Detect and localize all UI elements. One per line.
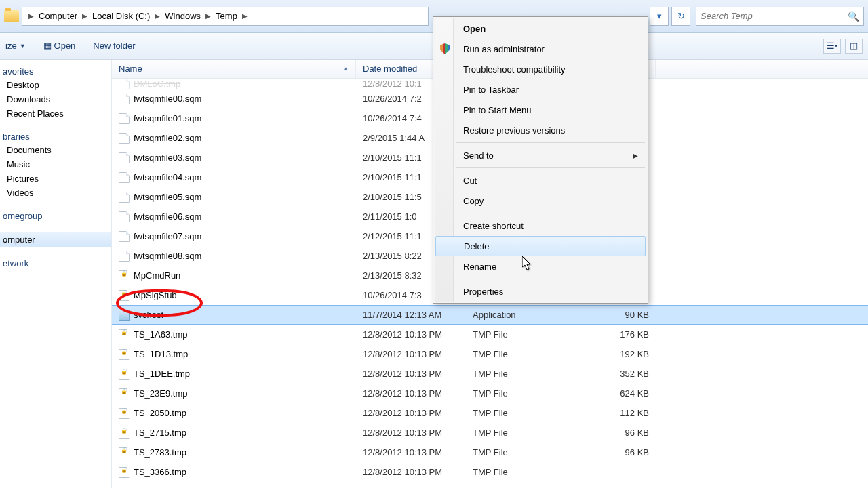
- separator: [456, 279, 645, 279]
- file-size: 90 KB: [595, 310, 656, 320]
- file-row[interactable]: TS_2783.tmp12/8/2012 10:13 PMTMP File96 …: [112, 443, 868, 462]
- sidebar-network-header[interactable]: etwork: [0, 257, 111, 270]
- sidebar-homegroup-header[interactable]: omegroup: [0, 209, 111, 222]
- file-icon: [119, 349, 130, 360]
- chevron-right-icon: ▶: [203, 12, 213, 20]
- file-name: TS_1DEE.tmp: [134, 369, 190, 379]
- history-dropdown-button[interactable]: ▾: [650, 7, 669, 26]
- search-input[interactable]: [701, 11, 848, 21]
- ctx-run-as-admin[interactable]: Run as administrator: [435, 39, 646, 59]
- file-size: 112 KB: [595, 408, 656, 418]
- file-row[interactable]: TS_1A63.tmp12/8/2012 10:13 PMTMP File176…: [112, 325, 868, 344]
- file-name: TS_23E9.tmp: [134, 388, 188, 399]
- sidebar-item-music[interactable]: Music: [0, 157, 111, 171]
- file-icon: [119, 310, 130, 321]
- chevron-right-icon: ▶: [80, 12, 90, 20]
- file-type: TMP File: [466, 369, 595, 379]
- file-icon: [119, 428, 130, 439]
- file-size: 96 KB: [595, 447, 656, 458]
- file-row[interactable]: TS_2715.tmp12/8/2012 10:13 PMTMP File96 …: [112, 423, 868, 443]
- crumb-disk[interactable]: Local Disk (C:): [90, 11, 153, 21]
- open-icon: ▦: [43, 41, 52, 51]
- file-icon: [119, 211, 130, 222]
- sidebar-item-videos[interactable]: Videos: [0, 186, 111, 200]
- crumb-computer[interactable]: Computer: [36, 11, 80, 21]
- ctx-pin-start[interactable]: Pin to Start Menu: [435, 100, 646, 120]
- file-size: 192 KB: [595, 349, 656, 359]
- file-name: fwtsqmfile01.sqm: [134, 113, 201, 123]
- ctx-copy[interactable]: Copy: [435, 190, 646, 211]
- file-icon: [119, 408, 130, 419]
- file-size: 96 KB: [595, 428, 656, 438]
- ctx-pin-taskbar[interactable]: Pin to Taskbar: [435, 79, 646, 100]
- file-name: fwtsqmfile00.sqm: [134, 94, 201, 104]
- sidebar-item-pictures[interactable]: Pictures: [0, 171, 111, 186]
- file-icon: [119, 231, 130, 242]
- view-options-button[interactable]: ☰▾: [823, 39, 841, 54]
- separator: [456, 167, 645, 168]
- sidebar-item-recent[interactable]: Recent Places: [0, 106, 111, 121]
- separator: [456, 213, 645, 214]
- file-name: DMLoC.tmp: [134, 79, 180, 89]
- ctx-restore-versions[interactable]: Restore previous versions: [435, 120, 646, 140]
- search-box[interactable]: 🔍: [696, 7, 864, 26]
- file-date: 12/8/2012 10:13 PM: [356, 369, 466, 379]
- chevron-right-icon: ▶: [240, 12, 250, 20]
- file-icon: [119, 369, 130, 380]
- file-row[interactable]: TS_2050.tmp12/8/2012 10:13 PMTMP File112…: [112, 403, 868, 423]
- ctx-open[interactable]: Open: [435, 18, 646, 39]
- chevron-right-icon: ▶: [26, 12, 36, 20]
- file-icon: [119, 290, 130, 301]
- file-name: TS_1D13.tmp: [134, 349, 188, 359]
- file-date: 12/8/2012 10:13 PM: [356, 388, 466, 399]
- ctx-send-to[interactable]: Send to▶: [435, 145, 646, 165]
- file-name: fwtsqmfile03.sqm: [134, 152, 201, 163]
- file-icon: [119, 113, 130, 124]
- breadcrumb[interactable]: ▶ Computer ▶ Local Disk (C:) ▶ Windows ▶…: [22, 7, 429, 26]
- sidebar-item-documents[interactable]: Documents: [0, 143, 111, 157]
- file-icon: [119, 467, 130, 478]
- column-name[interactable]: Name▲: [112, 60, 356, 78]
- explorer-window: ▶ Computer ▶ Local Disk (C:) ▶ Windows ▶…: [0, 0, 868, 488]
- open-button[interactable]: ▦Open: [43, 41, 76, 51]
- file-row[interactable]: svchost11/7/2014 12:13 AMApplication90 K…: [112, 305, 868, 325]
- sidebar-libraries-header[interactable]: braries: [0, 130, 111, 143]
- chevron-right-icon: ▶: [633, 152, 638, 159]
- file-icon: [119, 329, 130, 340]
- ctx-properties[interactable]: Properties: [435, 281, 646, 302]
- crumb-temp[interactable]: Temp: [213, 11, 240, 21]
- refresh-button[interactable]: ↻: [671, 7, 690, 26]
- sort-asc-icon: ▲: [343, 66, 349, 72]
- file-name: fwtsqmfile05.sqm: [134, 192, 201, 202]
- organize-button[interactable]: ize▼: [5, 41, 26, 51]
- ctx-troubleshoot[interactable]: Troubleshoot compatibility: [435, 59, 646, 79]
- preview-pane-button[interactable]: ◫: [845, 39, 863, 54]
- file-size: 624 KB: [595, 388, 656, 399]
- file-date: 12/8/2012 10:13 PM: [356, 428, 466, 438]
- sidebar-item-desktop[interactable]: Desktop: [0, 78, 111, 92]
- file-date: 12/8/2012 10:13 PM: [356, 408, 466, 418]
- file-type: TMP File: [466, 467, 595, 477]
- file-name: fwtsqmfile08.sqm: [134, 251, 201, 261]
- file-row[interactable]: TS_3366.tmp12/8/2012 10:13 PMTMP File: [112, 462, 868, 482]
- sidebar-computer-header[interactable]: omputer: [0, 232, 111, 247]
- ctx-rename[interactable]: Rename: [435, 256, 646, 277]
- search-icon: 🔍: [848, 11, 859, 22]
- file-icon: [119, 388, 130, 399]
- crumb-windows[interactable]: Windows: [162, 11, 203, 21]
- ctx-create-shortcut[interactable]: Create shortcut: [435, 216, 646, 236]
- file-row[interactable]: TS_1DEE.tmp12/8/2012 10:13 PMTMP File352…: [112, 364, 868, 384]
- ctx-delete[interactable]: Delete: [435, 236, 646, 256]
- sidebar-favorites-header[interactable]: avorites: [0, 65, 111, 78]
- file-date: 12/8/2012 10:13 PM: [356, 447, 466, 458]
- file-row[interactable]: TS_23E9.tmp12/8/2012 10:13 PMTMP File624…: [112, 384, 868, 403]
- file-row[interactable]: TS_1D13.tmp12/8/2012 10:13 PMTMP File192…: [112, 344, 868, 364]
- folder-icon: [4, 10, 19, 22]
- file-date: 12/8/2012 10:13 PM: [356, 467, 466, 477]
- new-folder-button[interactable]: New folder: [93, 41, 135, 51]
- ctx-cut[interactable]: Cut: [435, 170, 646, 190]
- sidebar-item-downloads[interactable]: Downloads: [0, 92, 111, 106]
- file-icon: [119, 270, 130, 281]
- file-name: svchost: [134, 310, 163, 320]
- shield-icon: [439, 43, 451, 55]
